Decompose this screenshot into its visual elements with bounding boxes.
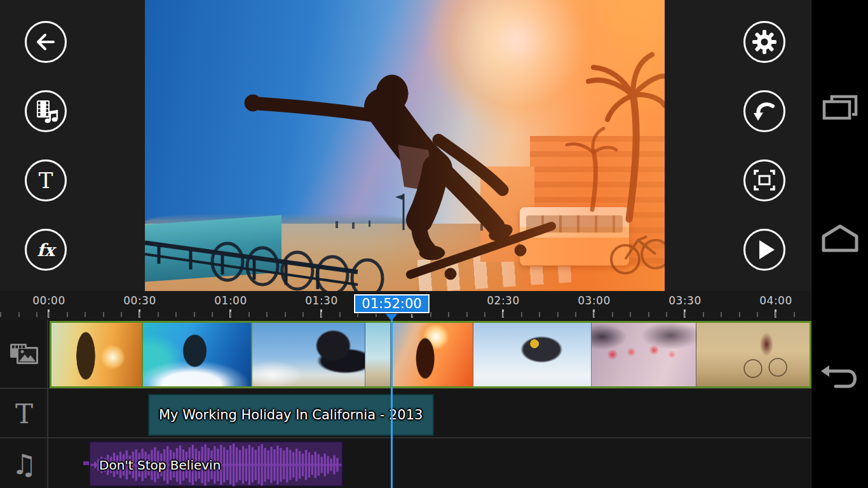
current-time-display[interactable]: 01:52:00 (354, 294, 430, 313)
home-button[interactable] (821, 224, 859, 255)
ruler-label: 02:30 (487, 294, 520, 307)
video-track-button[interactable] (0, 329, 48, 379)
back-return-icon (820, 363, 860, 393)
text-tool-button[interactable]: T (25, 159, 67, 201)
media-button[interactable] (25, 90, 67, 132)
back-nav-button[interactable] (820, 363, 860, 395)
settings-button[interactable] (743, 21, 785, 63)
fx-icon: fx (37, 241, 55, 259)
clip-thumbnail-skydiver[interactable] (473, 323, 592, 386)
android-nav-bar (811, 0, 868, 488)
fit-screen-button[interactable] (743, 159, 785, 201)
preview-scene-figures (145, 0, 665, 291)
undo-icon (752, 98, 777, 124)
audio-track-button[interactable]: ♫ (0, 444, 48, 484)
clip-thumbnail-beach[interactable] (365, 323, 391, 386)
home-icon (821, 224, 859, 253)
audio-clip-label: Don't Stop Believin (99, 458, 220, 473)
clip-thumbnail-bmx[interactable] (252, 323, 365, 386)
play-button[interactable] (743, 229, 785, 271)
clip-thumbnail-city-bokeh[interactable] (592, 323, 696, 386)
ruler-label: 00:30 (123, 294, 156, 307)
recents-icon (822, 94, 858, 122)
timeline-tracks: T ♫ My Working Holiday In California - 2… (0, 320, 811, 488)
clip-thumbnail-cyclist[interactable] (696, 323, 810, 386)
recent-apps-button[interactable] (822, 94, 858, 125)
ruler-label: 00:00 (32, 294, 65, 307)
back-button[interactable] (25, 21, 67, 63)
ruler-label: 03:00 (578, 294, 611, 307)
ruler-label: 01:30 (305, 294, 338, 307)
title-clip-label: My Working Holiday In California - 2013 (149, 407, 423, 423)
title-track-icon: T (15, 398, 33, 430)
clip-thumbnail-skateboarder[interactable] (391, 323, 473, 386)
audio-track-icon: ♫ (11, 448, 36, 480)
text-tool-icon: T (39, 170, 53, 191)
undo-button[interactable] (743, 90, 785, 132)
ruler-label: 03:30 (668, 294, 702, 307)
video-photo-track-icon (9, 341, 39, 367)
back-arrow-icon (33, 29, 58, 55)
ruler-label: 01:00 (214, 294, 247, 307)
clip-thumbnail-fisherman[interactable] (51, 323, 143, 386)
gear-icon (752, 29, 777, 55)
audio-clip[interactable]: Don't Stop Believin (89, 441, 343, 487)
ruler-label: 04:00 (759, 294, 792, 307)
fullscreen-icon (752, 168, 777, 193)
clip-thumbnail-surfer[interactable] (143, 323, 252, 386)
effects-button[interactable]: fx (25, 229, 67, 271)
editor-panel: T fx (0, 0, 811, 488)
video-clip-strip (50, 321, 811, 388)
video-preview[interactable] (145, 0, 665, 291)
title-track-button[interactable]: T (0, 395, 48, 433)
playhead-triangle (384, 313, 398, 321)
video-editor-screen: T fx (0, 0, 868, 488)
media-clip-music-icon (32, 98, 59, 125)
play-icon (759, 240, 775, 259)
playhead[interactable] (391, 313, 393, 488)
